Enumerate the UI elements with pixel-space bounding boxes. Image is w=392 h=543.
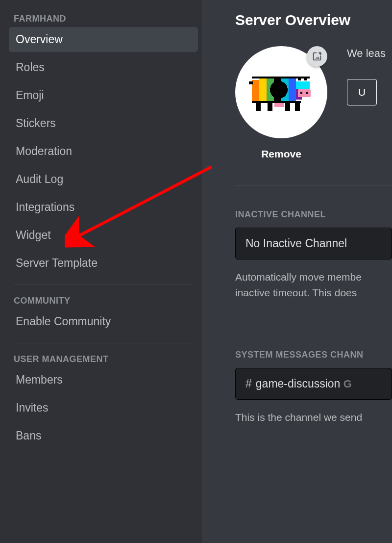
upload-image-badge[interactable] [307, 46, 327, 67]
hash-icon: # [245, 377, 252, 390]
system-channel-tail: G [343, 378, 352, 390]
sidebar-section-header-community: COMMUNITY [9, 292, 198, 309]
section-divider [235, 185, 392, 186]
svg-rect-21 [252, 77, 310, 78]
sidebar-item-server-template[interactable]: Server Template [9, 251, 198, 276]
svg-rect-13 [300, 92, 302, 94]
svg-rect-12 [298, 89, 311, 97]
sidebar-item-bans[interactable]: Bans [9, 423, 198, 448]
sidebar-item-invites[interactable]: Invites [9, 395, 198, 420]
page-title: Server Overview [235, 12, 392, 28]
section-divider [235, 326, 392, 326]
sidebar-section-header-user-management: USER MANAGEMENT [9, 350, 198, 367]
svg-rect-16 [268, 102, 272, 111]
sidebar-item-stickers[interactable]: Stickers [9, 111, 198, 136]
svg-rect-17 [285, 102, 290, 111]
remove-avatar-button[interactable]: Remove [261, 148, 301, 160]
sidebar-divider [14, 284, 193, 285]
svg-rect-18 [295, 102, 300, 111]
svg-rect-1 [259, 78, 267, 102]
upload-image-button[interactable]: U [347, 79, 377, 105]
sidebar-item-emoji[interactable]: Emoji [9, 83, 198, 108]
sidebar-item-moderation[interactable]: Moderation [9, 139, 198, 164]
main-panel: Server Overview [202, 0, 392, 543]
settings-sidebar: FARMHAND Overview Roles Emoji Stickers M… [0, 0, 202, 543]
svg-point-7 [270, 81, 288, 99]
sidebar-item-integrations[interactable]: Integrations [9, 195, 198, 220]
inactive-channel-label: INACTIVE CHANNEL [235, 209, 392, 220]
sidebar-item-enable-community[interactable]: Enable Community [9, 309, 198, 334]
system-channel-name: game-discussion [256, 377, 341, 390]
svg-rect-14 [306, 92, 308, 94]
system-messages-channel-select[interactable]: #game-discussion G [235, 368, 392, 400]
sidebar-divider [14, 343, 193, 343]
inactive-channel-select[interactable]: No Inactive Channel [235, 228, 392, 259]
svg-rect-22 [252, 101, 301, 103]
system-messages-label: SYSTEM MESSAGES CHANN [235, 350, 392, 360]
svg-rect-5 [289, 78, 296, 102]
sidebar-item-members[interactable]: Members [9, 367, 198, 392]
sidebar-item-overview[interactable]: Overview [9, 27, 198, 52]
system-messages-helper: This is the channel we send [235, 410, 392, 425]
sidebar-item-widget[interactable]: Widget [9, 223, 198, 248]
svg-rect-20 [249, 81, 253, 84]
sidebar-section-header-farmhand: FARMHAND [9, 10, 198, 27]
inactive-channel-helper: Automatically move membe inactive timeou… [235, 269, 392, 300]
sidebar-item-audit-log[interactable]: Audit Log [9, 167, 198, 192]
svg-rect-0 [252, 80, 259, 102]
svg-rect-15 [256, 102, 261, 111]
server-avatar-image [247, 68, 316, 117]
image-upload-icon [312, 51, 322, 62]
avatar-hint-text: We leas [347, 46, 386, 61]
sidebar-item-roles[interactable]: Roles [9, 55, 198, 80]
